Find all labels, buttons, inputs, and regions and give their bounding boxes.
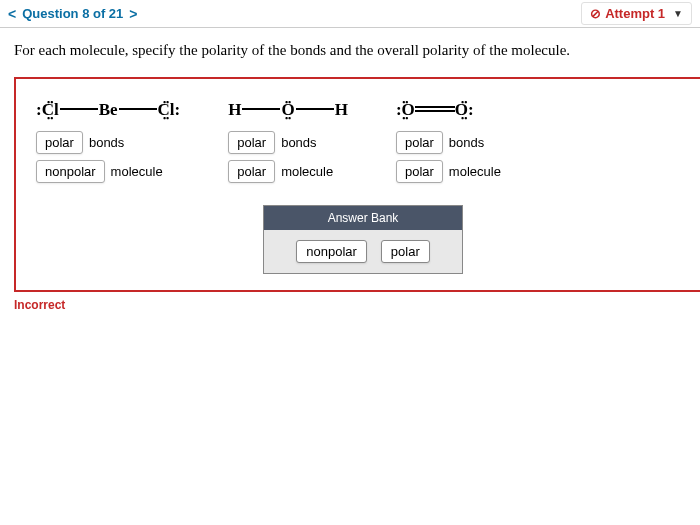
diagram-o2: ••:O••••O:•• — [396, 95, 501, 125]
drop-molecule-2[interactable]: polar — [396, 160, 443, 183]
attempt-icon: ⊘ — [590, 6, 601, 21]
molecules-row: :••Cl••Be••Cl••: polar bonds nonpolar mo… — [36, 95, 690, 183]
drop-molecule-1[interactable]: polar — [228, 160, 275, 183]
question-prompt: For each molecule, specify the polarity … — [0, 28, 700, 69]
bonds-label-0: bonds — [89, 135, 124, 150]
drop-molecule-0[interactable]: nonpolar — [36, 160, 105, 183]
question-nav: < Question 8 of 21 > — [8, 6, 138, 22]
bonds-label-2: bonds — [449, 135, 484, 150]
feedback-label: Incorrect — [14, 298, 700, 312]
chip-nonpolar[interactable]: nonpolar — [296, 240, 367, 263]
chevron-down-icon: ▼ — [673, 8, 683, 19]
molecule-o2: ••:O••••O:•• polar bonds polar molecule — [396, 95, 501, 183]
bonds-label-1: bonds — [281, 135, 316, 150]
answer-bank: Answer Bank nonpolar polar — [263, 205, 463, 274]
drop-bonds-0[interactable]: polar — [36, 131, 83, 154]
attempt-label: Attempt 1 — [605, 6, 665, 21]
diagram-h2o: H••O••H — [228, 95, 348, 125]
next-arrow[interactable]: > — [129, 6, 137, 22]
molecule-label-0: molecule — [111, 164, 163, 179]
chip-polar[interactable]: polar — [381, 240, 430, 263]
work-area: :••Cl••Be••Cl••: polar bonds nonpolar mo… — [14, 77, 700, 292]
diagram-becl2: :••Cl••Be••Cl••: — [36, 95, 180, 125]
molecule-h2o: H••O••H polar bonds polar molecule — [228, 95, 348, 183]
drop-bonds-2[interactable]: polar — [396, 131, 443, 154]
question-counter: Question 8 of 21 — [22, 6, 123, 21]
attempt-dropdown[interactable]: ⊘ Attempt 1 ▼ — [581, 2, 692, 25]
molecule-becl2: :••Cl••Be••Cl••: polar bonds nonpolar mo… — [36, 95, 180, 183]
drop-bonds-1[interactable]: polar — [228, 131, 275, 154]
molecule-label-2: molecule — [449, 164, 501, 179]
bank-body: nonpolar polar — [264, 230, 462, 273]
molecule-label-1: molecule — [281, 164, 333, 179]
prev-arrow[interactable]: < — [8, 6, 16, 22]
bank-header: Answer Bank — [264, 206, 462, 230]
top-bar: < Question 8 of 21 > ⊘ Attempt 1 ▼ — [0, 0, 700, 28]
